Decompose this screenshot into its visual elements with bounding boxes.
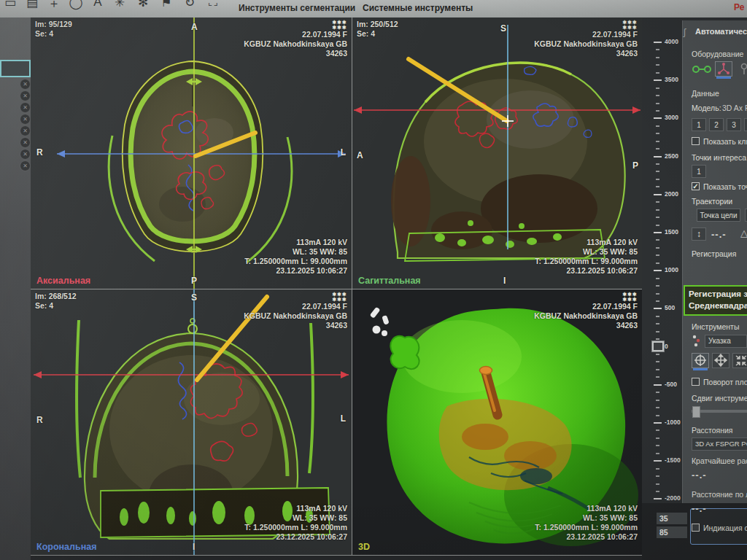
strip-dot-button[interactable]: ✕: [20, 90, 31, 101]
model-value: 3D Ax FSP: [722, 104, 747, 112]
ruler-tick-minor: [656, 201, 659, 203]
show-key-checkbox[interactable]: [692, 137, 700, 145]
strip-dot-button[interactable]: ✕: [20, 160, 31, 171]
image-icon[interactable]: ▤: [23, 0, 41, 10]
series-button-1[interactable]: 1: [692, 118, 706, 131]
text-icon[interactable]: A: [89, 0, 107, 9]
strip-dot-button[interactable]: ✕: [20, 125, 31, 136]
ruler-tick-label: -1000: [665, 419, 681, 426]
wl-value-field[interactable]: 35: [657, 513, 687, 524]
show-points-label: Показать точки: [703, 182, 747, 191]
ruler-tick-minor: [656, 445, 659, 446]
shortest-distance-value: --.-: [692, 470, 707, 481]
strip-dot-button[interactable]: ✕: [20, 102, 31, 113]
strip-dot-button[interactable]: ✕: [20, 114, 31, 125]
fiducial-marker-button[interactable]: [715, 61, 732, 77]
probe-icon[interactable]: [739, 63, 747, 76]
image-index: Im: 268/512: [35, 292, 77, 301]
system-tools-menu[interactable]: Системные инструменты: [363, 3, 473, 13]
poi-button-1[interactable]: 1: [692, 165, 706, 178]
ruler-tick-minor: [656, 217, 659, 218]
ruler-tick-minor: [656, 331, 659, 332]
orientation-label: L: [341, 413, 346, 424]
ruler-tick-minor: [656, 163, 659, 165]
segmentation-tools-menu[interactable]: Инструменты сегментации: [239, 3, 355, 13]
patient-id: 34263: [244, 321, 347, 330]
data-group-label: Данные: [692, 89, 719, 98]
image-index: Im: 95/129: [35, 20, 72, 29]
ww-value-field[interactable]: 85: [657, 526, 687, 538]
ruler-tick: [654, 117, 662, 119]
ruler-tick-minor: [656, 369, 659, 370]
rotate-plane-checkbox[interactable]: [692, 378, 700, 386]
viewport-sagittal[interactable]: Im: 250/512 Se: 4 ✱✱✱ ✱✱✱ 22.07.1994 F K…: [352, 18, 642, 289]
tools-group-label: Инструменты: [692, 322, 739, 331]
rotate-plane-label: Поворот плоскости: [703, 378, 747, 386]
ruler-tick-minor: [656, 133, 659, 134]
ruler-tick-minor: [656, 110, 659, 112]
viewport-3d[interactable]: ✱✱✱ ✱✱✱ 22.07.1994 F KGBUZ Nakhodkinskay…: [352, 289, 642, 555]
panel-drag-handle[interactable]: ʃ: [684, 26, 686, 37]
patient-dob-sex: 22.07.1994 F: [534, 30, 638, 39]
series-button-2[interactable]: 2: [709, 118, 724, 131]
circle-icon[interactable]: ◯: [67, 0, 85, 10]
patient-dob-sex: 22.07.1994 F: [244, 302, 347, 311]
show-points-checkbox[interactable]: ✓: [692, 182, 700, 190]
danger-indication-label: Индикация опасной: [703, 524, 747, 532]
ruler: 40003500300025002000150010005000-500-100…: [651, 18, 682, 528]
pointer-tool-icon: [692, 334, 702, 349]
snowflake-icon[interactable]: ✻: [134, 0, 152, 10]
tool-shift-slider-handle[interactable]: [692, 406, 700, 418]
target-point-tab[interactable]: Точка цели: [697, 209, 740, 222]
fit-icon[interactable]: ⛶: [204, 0, 222, 9]
series-button-3[interactable]: 3: [727, 118, 741, 131]
ruler-tick-minor: [656, 148, 659, 149]
ruler-tick-minor: [656, 293, 659, 295]
ruler-tick-minor: [656, 278, 659, 279]
pointer-tool-select[interactable]: Указка: [705, 335, 747, 348]
pan-tool-button[interactable]: [712, 353, 729, 368]
trajectories-group-label: Траектории: [692, 197, 732, 206]
orientation-label: I: [193, 542, 195, 552]
rectangle-icon[interactable]: ▭: [1, 0, 19, 10]
tech-slice: T: 1.250000mm L: 99.000mm: [535, 523, 638, 532]
orientation-label: R: [36, 415, 43, 425]
viewport-coronal[interactable]: Im: 268/512 Se: 4 ✱✱✱ ✱✱✱ 22.07.1994 F K…: [31, 289, 352, 555]
rotate-icon[interactable]: ↻: [181, 0, 198, 10]
poi-group-label: Точки интереса мик: [692, 153, 747, 162]
target-tool-button[interactable]: [692, 353, 709, 368]
tech-datetime: 23.12.2025 10:06:27: [244, 532, 347, 542]
distances-group-label: Расстояния: [692, 426, 733, 435]
flag-icon[interactable]: ⚑: [158, 0, 175, 10]
ruler-tick: [654, 498, 662, 499]
ruler-tick: [654, 384, 662, 386]
viewport-axial[interactable]: Im: 95/129 Se: 4 ✱✱✱ ✱✱✱ 22.07.1994 F KG…: [31, 18, 352, 289]
add-icon[interactable]: ＋: [45, 0, 63, 12]
ruler-tick: [654, 79, 662, 81]
orientation-label: A: [191, 22, 198, 32]
ruler-tick-minor: [656, 300, 659, 302]
tech-ma-kv: 113mA 120 kV: [535, 238, 638, 247]
strip-dot-button[interactable]: ✕: [20, 137, 31, 148]
ruler-tick-label: 2500: [665, 152, 678, 160]
distance-series-select[interactable]: 3D Ax FSPGR POST rec: [692, 438, 747, 451]
link-icon[interactable]: [692, 63, 712, 76]
strip-dot-button[interactable]: ✕: [20, 79, 31, 90]
danger-indication-checkbox[interactable]: [692, 524, 700, 532]
ruler-tick: [654, 156, 662, 158]
strip-dot-button[interactable]: ✕: [20, 149, 31, 160]
viewport-name-axial: Аксиальная: [36, 276, 90, 286]
ruler-tick-label: -1500: [665, 456, 681, 464]
ruler-slider-handle[interactable]: [651, 341, 665, 352]
viewport-name-3d: 3D: [358, 542, 370, 552]
ruler-tick-minor: [656, 179, 659, 180]
orientation-label: P: [191, 276, 197, 286]
center-tool-button[interactable]: [732, 353, 747, 368]
tool-shift-label: Сдвиг инструмента в п: [692, 394, 747, 402]
series-button-4[interactable]: 4: [744, 118, 747, 131]
selected-slot-indicator[interactable]: [0, 60, 31, 77]
brightness-icon[interactable]: ✳: [111, 0, 128, 10]
patient-id: 34263: [534, 321, 638, 330]
ruler-tick-label: 0: [665, 343, 668, 350]
ruler-tick: [654, 270, 662, 271]
